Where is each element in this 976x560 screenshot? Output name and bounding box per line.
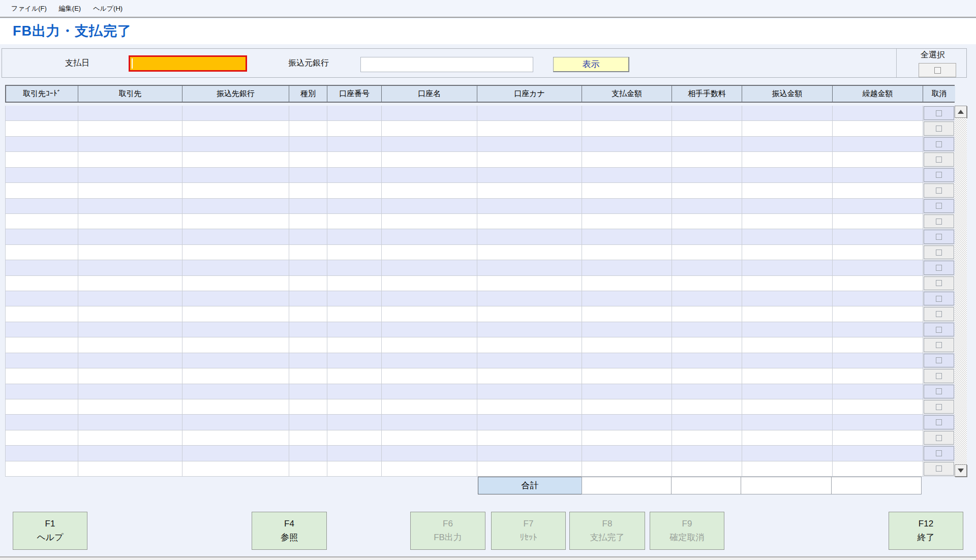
cell-type	[289, 322, 327, 337]
cancel-checkbox[interactable]	[924, 292, 954, 305]
cell-account-number	[327, 214, 382, 229]
cell-account-name	[382, 306, 477, 321]
cancel-checkbox[interactable]	[924, 230, 954, 243]
cancel-checkbox[interactable]	[924, 183, 954, 197]
cell-dest-bank	[182, 337, 289, 352]
cancel-checkbox[interactable]	[924, 214, 954, 228]
cell-account-name	[382, 229, 477, 244]
column-header-partner-code: 取引先ｺｰﾄﾞ	[6, 86, 78, 102]
cancel-checkbox[interactable]	[924, 338, 954, 352]
cell-dest-bank	[182, 229, 289, 244]
table-row	[6, 446, 955, 461]
source-bank-input[interactable]	[360, 57, 533, 72]
cell-account-number	[327, 137, 382, 151]
cancel-checkbox[interactable]	[924, 199, 954, 213]
cancel-cell	[923, 245, 955, 260]
cell-account-number	[327, 368, 382, 383]
cell-type	[289, 446, 327, 460]
pay-date-input[interactable]	[129, 55, 247, 72]
cell-carryover-amount	[833, 430, 923, 445]
checkbox-square-icon	[936, 465, 942, 472]
cell-transfer-amount	[742, 137, 833, 151]
cell-account-name	[382, 183, 477, 198]
cell-type	[289, 276, 327, 291]
help-button[interactable]: F1ヘルプ	[13, 512, 87, 550]
cell-transfer-amount	[742, 152, 833, 167]
cancel-checkbox[interactable]	[924, 462, 954, 476]
scroll-up-button[interactable]	[955, 106, 967, 118]
menu-help[interactable]: ヘルプ(H)	[87, 0, 129, 17]
browse-button[interactable]: F4参照	[252, 512, 327, 550]
vertical-scrollbar[interactable]	[955, 106, 967, 477]
cell-account-kana	[477, 168, 582, 182]
display-button[interactable]: 表示	[553, 57, 629, 72]
cell-fee	[672, 384, 742, 399]
cell-dest-bank	[182, 137, 289, 151]
cell-account-kana	[477, 183, 582, 198]
checkbox-square-icon	[936, 342, 942, 348]
cell-dest-bank	[182, 306, 289, 321]
fkey-label: F6	[443, 517, 453, 531]
cell-account-number	[327, 229, 382, 244]
cell-type	[289, 430, 327, 445]
cancel-checkbox[interactable]	[924, 369, 954, 383]
cell-payment-amount	[582, 368, 672, 383]
cell-payment-amount	[582, 446, 672, 460]
cancel-checkbox[interactable]	[924, 385, 954, 398]
cancel-checkbox[interactable]	[924, 323, 954, 336]
cancel-checkbox[interactable]	[924, 400, 954, 414]
cell-payment-amount	[582, 152, 672, 167]
cancel-checkbox[interactable]	[924, 168, 954, 182]
select-all-checkbox[interactable]	[919, 63, 956, 77]
cancel-checkbox[interactable]	[924, 106, 954, 120]
cell-type	[289, 461, 327, 476]
cell-payment-amount	[582, 415, 672, 429]
cell-carryover-amount	[833, 368, 923, 383]
cell-type	[289, 152, 327, 167]
cancel-checkbox[interactable]	[924, 121, 954, 135]
cell-partner-code	[6, 106, 78, 120]
cancel-checkbox[interactable]	[924, 431, 954, 445]
cell-account-name	[382, 121, 477, 136]
cell-carryover-amount	[833, 229, 923, 244]
cell-partner	[78, 137, 182, 151]
cancel-checkbox[interactable]	[924, 307, 954, 321]
cell-payment-amount	[582, 306, 672, 321]
table-row	[6, 399, 955, 415]
cell-account-kana	[477, 199, 582, 213]
checkbox-square-icon	[936, 296, 942, 302]
column-header-payment-amount: 支払金額	[582, 86, 672, 102]
cell-fee	[672, 214, 742, 229]
cancel-checkbox[interactable]	[924, 261, 954, 274]
cancel-checkbox[interactable]	[924, 415, 954, 429]
exit-button[interactable]: F12終了	[889, 512, 963, 550]
fkey-label: F8	[602, 517, 613, 531]
cell-account-kana	[477, 322, 582, 337]
select-all-label: 全選択	[898, 50, 968, 60]
cell-dest-bank	[182, 276, 289, 291]
cancel-checkbox[interactable]	[924, 137, 954, 151]
cancel-checkbox[interactable]	[924, 276, 954, 290]
cancel-checkbox[interactable]	[924, 245, 954, 259]
checkbox-square-icon	[936, 110, 942, 116]
cancel-cell	[923, 260, 955, 275]
cell-dest-bank	[182, 399, 289, 414]
cell-payment-amount	[582, 121, 672, 136]
cancel-checkbox[interactable]	[924, 354, 954, 367]
scroll-down-button[interactable]	[955, 464, 967, 477]
checkbox-square-icon	[936, 373, 942, 379]
menu-edit[interactable]: 編集(E)	[53, 0, 87, 17]
cancel-checkbox[interactable]	[924, 152, 954, 166]
cancel-checkbox[interactable]	[924, 446, 954, 460]
cancel-cell	[923, 446, 955, 460]
menu-file[interactable]: ファイル(F)	[5, 0, 53, 17]
cell-account-number	[327, 183, 382, 198]
cell-dest-bank	[182, 152, 289, 167]
checkbox-square-icon	[936, 250, 942, 256]
cell-account-kana	[477, 229, 582, 244]
scrollbar-track[interactable]	[955, 118, 967, 464]
cell-type	[289, 368, 327, 383]
cell-account-kana	[477, 291, 582, 306]
cell-partner	[78, 306, 182, 321]
cell-partner	[78, 446, 182, 460]
